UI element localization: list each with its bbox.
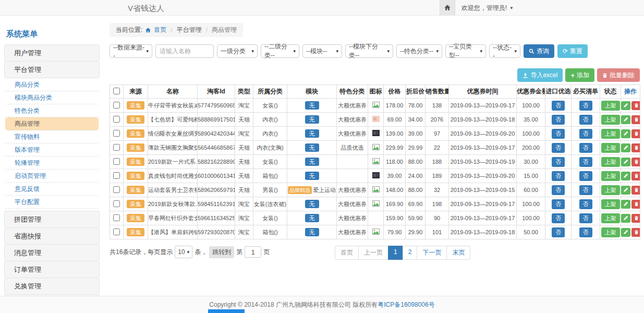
breadcrumb-home-link[interactable]: 首页 — [154, 26, 166, 34]
must-buy-toggle-button[interactable]: 否 — [579, 199, 592, 209]
edit-button[interactable] — [621, 158, 630, 166]
must-buy-toggle-button[interactable]: 否 — [579, 185, 592, 195]
home-button[interactable] — [440, 0, 455, 16]
must-buy-toggle-button[interactable]: 否 — [579, 115, 592, 125]
status-button[interactable]: 上架 — [601, 157, 620, 167]
imported-toggle-button[interactable]: 否 — [552, 171, 565, 181]
imported-toggle-button[interactable]: 否 — [552, 101, 565, 111]
row-checkbox[interactable] — [113, 116, 120, 123]
sidebar-item-feature-category[interactable]: 特色分类 — [5, 104, 99, 117]
pager-first[interactable]: 首页 — [335, 246, 359, 260]
edit-button[interactable] — [621, 228, 630, 237]
delete-button[interactable] — [631, 228, 640, 237]
user-menu[interactable]: 欢迎您，管理员! ▼ — [461, 4, 514, 13]
must-buy-toggle-button[interactable]: 否 — [579, 227, 592, 237]
sidebar-item-message-management[interactable]: 消息管理 — [4, 244, 100, 261]
must-buy-toggle-button[interactable]: 否 — [579, 157, 592, 167]
row-checkbox[interactable] — [113, 228, 120, 235]
must-buy-toggle-button[interactable]: 否 — [579, 171, 592, 181]
row-checkbox[interactable] — [113, 144, 120, 151]
delete-button[interactable] — [631, 101, 640, 110]
select-all-checkbox[interactable] — [113, 88, 120, 94]
status-button[interactable]: 上架 — [601, 171, 620, 181]
pager-page-2[interactable]: 2 — [403, 246, 418, 260]
level1-category-select[interactable]: 一级分类▾ — [217, 44, 258, 58]
must-buy-toggle-button[interactable]: 否 — [579, 129, 592, 139]
item-type-select[interactable]: --宝贝类型--▾ — [445, 44, 486, 58]
delete-button[interactable] — [631, 186, 640, 195]
sidebar-item-splash-management[interactable]: 启动页管理 — [5, 170, 99, 183]
status-button[interactable]: 上架 — [601, 143, 620, 153]
imported-toggle-button[interactable]: 否 — [552, 115, 565, 125]
search-button[interactable]: 查询 — [524, 44, 554, 58]
delete-button[interactable] — [631, 158, 640, 166]
sidebar-item-carousel-management[interactable]: 轮播管理 — [5, 156, 99, 170]
delete-button[interactable] — [631, 129, 640, 138]
batch-delete-button[interactable]: 批量删除 — [597, 68, 640, 82]
sidebar-item-saving-express[interactable]: 省惠快报 — [4, 227, 100, 245]
sidebar-item-user-management[interactable]: 用户管理 — [4, 44, 100, 62]
level2-category-select[interactable]: --二级分类--▾ — [261, 44, 299, 58]
sidebar-item-platform-management[interactable]: 平台管理 — [4, 61, 100, 78]
row-checkbox[interactable] — [113, 186, 120, 193]
sidebar-item-feedback[interactable]: 意见反馈 — [5, 183, 99, 196]
sidebar-item-module-goods-category[interactable]: 模块商品分类 — [5, 91, 99, 104]
row-checkbox[interactable] — [113, 214, 120, 221]
icp-link[interactable]: 粤ICP备16098006号 — [378, 300, 434, 309]
status-button[interactable]: 上架 — [601, 199, 620, 209]
sidebar-item-exchange-management[interactable]: 兑换管理 — [4, 278, 100, 295]
sidebar-item-goods-management[interactable]: 商品管理 — [5, 117, 99, 130]
row-checkbox[interactable] — [113, 158, 120, 165]
sidebar-item-platform-config[interactable]: 平台配置 — [5, 196, 99, 209]
add-button[interactable]: + 添加 — [565, 68, 594, 82]
imported-toggle-button[interactable]: 否 — [552, 157, 565, 167]
row-checkbox[interactable] — [113, 130, 120, 137]
module-select[interactable]: --模块--▾ — [302, 44, 342, 58]
delete-button[interactable] — [631, 200, 640, 209]
imported-toggle-button[interactable]: 否 — [552, 227, 565, 237]
page-number-input[interactable] — [245, 246, 261, 258]
status-button[interactable]: 上架 — [601, 101, 620, 111]
pager-prev[interactable]: 上一页 — [358, 246, 388, 260]
sidebar-item-group-buy-management[interactable]: 拼团管理 — [4, 211, 100, 228]
status-button[interactable]: 上架 — [601, 227, 620, 237]
jump-button[interactable]: 跳转到 — [209, 246, 234, 258]
reset-button[interactable]: ⟳ 重置 — [557, 44, 588, 58]
pager-page-1[interactable]: 1 — [388, 246, 403, 260]
edit-button[interactable] — [621, 101, 630, 110]
delete-button[interactable] — [631, 143, 640, 152]
delete-button[interactable] — [631, 115, 640, 124]
status-button[interactable]: 上架 — [601, 213, 620, 223]
row-checkbox[interactable] — [113, 172, 120, 179]
imported-toggle-button[interactable]: 否 — [552, 185, 565, 195]
imported-toggle-button[interactable]: 否 — [552, 213, 565, 223]
edit-button[interactable] — [621, 129, 630, 138]
must-buy-toggle-button[interactable]: 否 — [579, 213, 592, 223]
pager-last[interactable]: 末页 — [446, 246, 470, 260]
delete-button[interactable] — [631, 214, 640, 223]
pager-next[interactable]: 下一页 — [417, 246, 447, 260]
data-source-select[interactable]: --数据来源--▾ — [110, 44, 152, 58]
status-button[interactable]: 上架 — [601, 129, 620, 139]
row-checkbox[interactable] — [113, 200, 120, 207]
row-checkbox[interactable] — [113, 102, 120, 109]
edit-button[interactable] — [621, 143, 630, 152]
edit-button[interactable] — [621, 200, 630, 209]
status-button[interactable]: 上架 — [601, 115, 620, 125]
sidebar-item-version-management[interactable]: 版本管理 — [5, 143, 99, 156]
status-select[interactable]: --状态--▾ — [489, 44, 520, 58]
sidebar-item-order-management[interactable]: 订单管理 — [4, 261, 100, 278]
edit-button[interactable] — [621, 115, 630, 124]
imported-toggle-button[interactable]: 否 — [552, 199, 565, 209]
edit-button[interactable] — [621, 186, 630, 195]
feature-category-select[interactable]: --特色分类--▾ — [396, 44, 442, 58]
imported-toggle-button[interactable]: 否 — [552, 129, 565, 139]
imported-toggle-button[interactable]: 否 — [552, 143, 565, 153]
must-buy-toggle-button[interactable]: 否 — [579, 101, 592, 111]
name-keyword-input[interactable] — [155, 44, 214, 58]
edit-button[interactable] — [621, 172, 630, 180]
sidebar-item-goods-category[interactable]: 商品分类 — [5, 78, 99, 91]
per-page-select[interactable]: 10 ▾ — [175, 246, 192, 258]
sidebar-item-promo-material[interactable]: 宣传物料 — [5, 130, 99, 143]
module-subcategory-select[interactable]: --模块下分类--▾ — [345, 44, 393, 58]
